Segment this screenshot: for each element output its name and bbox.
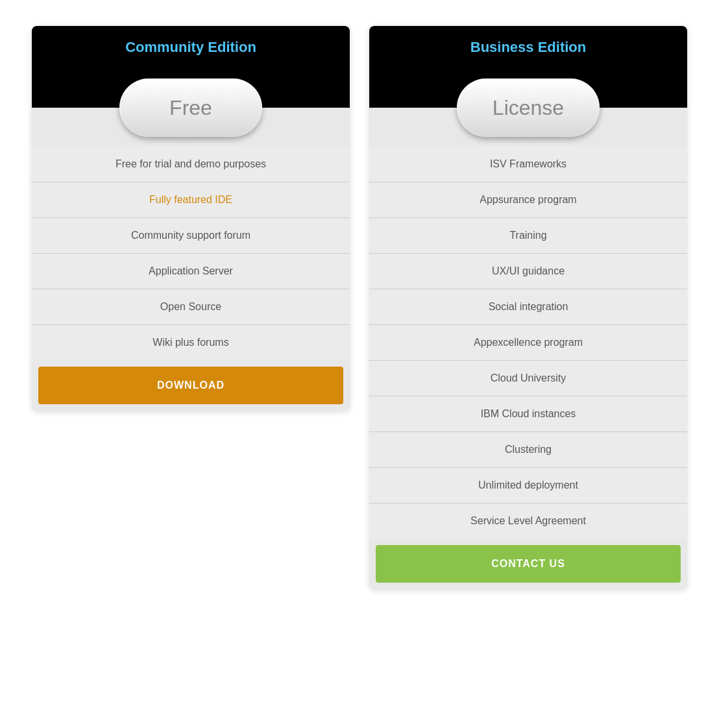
community-edition-card: Community Edition Free Free for trial an… <box>32 26 350 411</box>
business-price: License <box>493 96 564 120</box>
business-feature-8: IBM Cloud instances <box>369 396 687 432</box>
community-feature-3: Community support forum <box>32 218 350 254</box>
business-feature-3: Training <box>369 218 687 254</box>
business-edition-card: Business Edition License ISV Frameworks … <box>369 26 687 589</box>
business-feature-9: Clustering <box>369 432 687 468</box>
community-body: Free for trial and demo purposes Fully f… <box>32 108 350 404</box>
business-feature-7: Cloud University <box>369 361 687 396</box>
business-feature-2: Appsurance program <box>369 182 687 218</box>
community-price: Free <box>169 96 212 120</box>
pricing-container: Community Edition Free Free for trial an… <box>16 26 703 589</box>
business-body: ISV Frameworks Appsurance program Traini… <box>369 108 687 583</box>
community-feature-1: Free for trial and demo purposes <box>32 147 350 182</box>
community-header: Community Edition Free <box>32 26 350 108</box>
business-feature-10: Unlimited deployment <box>369 468 687 504</box>
business-title: Business Edition <box>382 39 674 56</box>
community-feature-6: Wiki plus forums <box>32 325 350 360</box>
business-price-badge: License <box>457 79 600 137</box>
community-feature-2: Fully featured IDE <box>32 182 350 218</box>
contact-us-button[interactable]: CONTACT US <box>376 545 681 583</box>
community-feature-4: Application Server <box>32 254 350 289</box>
business-feature-4: UX/UI guidance <box>369 254 687 289</box>
business-feature-11: Service Level Agreement <box>369 504 687 539</box>
community-title: Community Edition <box>45 39 337 56</box>
download-button[interactable]: DOWNLOAD <box>38 367 343 404</box>
community-price-badge: Free <box>119 79 262 137</box>
community-feature-5: Open Source <box>32 289 350 325</box>
business-feature-5: Social integration <box>369 289 687 325</box>
business-feature-6: Appexcellence program <box>369 325 687 361</box>
business-header: Business Edition License <box>369 26 687 108</box>
business-feature-1: ISV Frameworks <box>369 147 687 182</box>
